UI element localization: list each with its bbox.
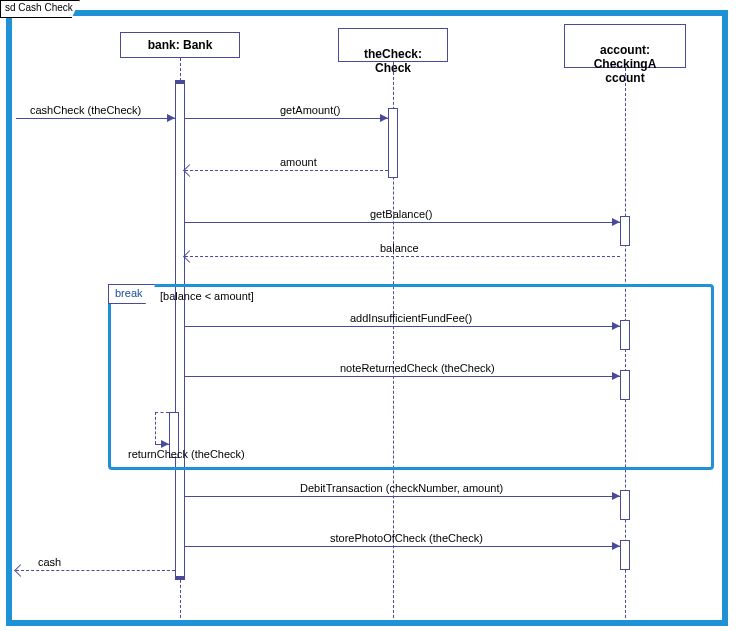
arrow-self (161, 440, 169, 448)
label-notereturned: noteReturnedCheck (theCheck) (340, 362, 495, 374)
arrow-cashcheck (167, 114, 175, 122)
msg-cashcheck (16, 118, 175, 119)
msg-photo (185, 546, 620, 547)
activation-account-debit (620, 490, 630, 520)
activation-account-getbalance (620, 216, 630, 246)
lifeline-head-account: account: CheckingA ccount (564, 24, 686, 68)
arrow-getbalance (612, 218, 620, 226)
msg-balance (185, 256, 620, 257)
label-fee: addInsufficientFundFee() (350, 312, 472, 324)
msg-amount (185, 170, 388, 171)
label-photo: storePhotoOfCheck (theCheck) (330, 532, 483, 544)
label-debit: DebitTransaction (checkNumber, amount) (300, 482, 503, 494)
msg-getbalance (185, 222, 620, 223)
msg-notereturned (185, 376, 620, 377)
label-amount: amount (280, 156, 317, 168)
label-balance: balance (380, 242, 419, 254)
arrow-debit (612, 492, 620, 500)
label-returncheck: returnCheck (theCheck) (128, 448, 245, 460)
msg-cash (16, 570, 175, 571)
self-down (155, 412, 156, 444)
arrow-getamount (380, 114, 388, 122)
arrow-fee (612, 322, 620, 330)
arrow-notereturned (612, 372, 620, 380)
msg-fee (185, 326, 620, 327)
lifeline-head-check: theCheck: Check (338, 28, 448, 62)
label-cash: cash (38, 556, 61, 568)
arrow-photo (612, 542, 620, 550)
msg-getamount (185, 118, 388, 119)
break-operator: break (108, 284, 156, 304)
diagram-title-tab: sd Cash Check (0, 0, 80, 18)
activation-check-getamount (388, 108, 398, 178)
break-guard: [balance < amount] (160, 290, 254, 302)
label-getamount: getAmount() (280, 104, 341, 116)
lifeline-head-bank: bank: Bank (120, 32, 240, 58)
msg-debit (185, 496, 620, 497)
label-getbalance: getBalance() (370, 208, 432, 220)
activation-account-photo (620, 540, 630, 570)
label-cashcheck: cashCheck (theCheck) (30, 104, 141, 116)
sequence-diagram: sd Cash Check bank: Bank theCheck: Check… (0, 0, 736, 631)
self-out (155, 412, 169, 413)
